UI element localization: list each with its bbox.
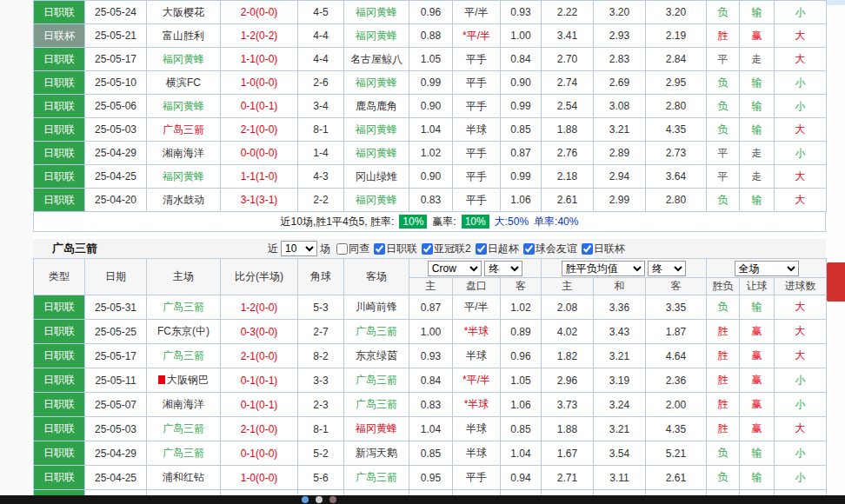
handicap-result: 输 — [740, 118, 775, 142]
filter-checkbox[interactable] — [582, 243, 593, 255]
score[interactable]: 1-2(0-0) — [221, 295, 298, 320]
away-team[interactable]: 东京绿茵 — [344, 344, 409, 368]
league-type-badge[interactable]: 日联杯 — [34, 24, 85, 48]
score[interactable]: 0-1(0-1) — [221, 393, 298, 417]
league-type-badge[interactable]: 日职联 — [34, 189, 85, 212]
score[interactable]: 2-1(0-0) — [221, 417, 298, 441]
filter-checkbox[interactable] — [374, 243, 385, 255]
euro-draw-odds: 2.69 — [594, 71, 646, 95]
league-type-badge[interactable]: 日职联 — [34, 71, 85, 95]
away-team[interactable]: 福冈黄蜂 — [344, 417, 409, 441]
home-team[interactable]: 大阪钢巴 — [147, 368, 221, 393]
bookmaker-select[interactable]: Crow — [428, 261, 482, 276]
score[interactable]: 0-1(0-1) — [221, 95, 298, 118]
home-team[interactable]: 福冈黄蜂 — [147, 165, 221, 189]
euro-draw-odds: 3.19 — [594, 368, 646, 393]
home-team[interactable]: 广岛三箭 — [147, 295, 221, 320]
league-type-badge[interactable]: 日职联 — [34, 165, 85, 189]
score[interactable]: 0-1(0-1) — [221, 368, 298, 393]
league-type-badge[interactable]: 日职联 — [34, 441, 85, 466]
taskbar-icon[interactable] — [302, 496, 309, 503]
score[interactable]: 0-3(0-0) — [221, 320, 298, 344]
away-team[interactable]: 福冈黄蜂 — [344, 142, 409, 165]
away-team[interactable]: 福冈黄蜂 — [344, 71, 409, 95]
score[interactable]: 2-0(0-0) — [221, 1, 298, 24]
recent-count-select[interactable]: 10 — [281, 241, 317, 256]
home-team[interactable]: FC东京(中) — [147, 320, 221, 344]
goals-result: 大 — [775, 320, 827, 344]
league-type-badge[interactable]: 日职联 — [34, 95, 85, 118]
league-type-badge[interactable]: 日职联 — [34, 344, 85, 368]
league-type-badge[interactable]: 日职联 — [34, 368, 85, 393]
score[interactable]: 1-0(0-0) — [221, 466, 298, 490]
euro-final-select[interactable]: 终 — [648, 261, 686, 276]
corners: 2-7 — [298, 320, 344, 344]
filter-checkbox[interactable] — [476, 243, 487, 255]
home-team[interactable]: 横滨FC — [147, 71, 221, 95]
recent-matches-table-fukuoka: 日职联25-05-24大阪樱花2-0(0-0)4-5福冈黄蜂0.96平/半0.9… — [33, 0, 827, 212]
away-team[interactable]: 川崎前锋 — [344, 295, 409, 320]
handicap-result: 赢 — [740, 368, 775, 393]
score[interactable]: 2-1(0-0) — [221, 118, 298, 142]
away-team[interactable]: 福冈黄蜂 — [344, 24, 409, 48]
home-team[interactable]: 湘南海洋 — [147, 142, 221, 165]
score[interactable]: 1-0(0-0) — [221, 71, 298, 95]
home-team[interactable]: 湘南海洋 — [147, 393, 221, 417]
asian-away-odds: 1.06 — [501, 393, 542, 417]
away-team[interactable]: 冈山绿雉 — [344, 165, 409, 189]
league-type-badge[interactable]: 日职联 — [34, 417, 85, 441]
away-team[interactable]: 福冈黄蜂 — [344, 189, 409, 212]
league-type-badge[interactable]: 日职联 — [34, 393, 85, 417]
floating-widget[interactable] — [827, 262, 845, 302]
result: 平 — [707, 48, 740, 71]
filter-checkbox[interactable] — [336, 243, 348, 255]
away-team[interactable]: 福冈黄蜂 — [344, 1, 409, 24]
home-team[interactable]: 福冈黄蜂 — [147, 95, 221, 118]
league-type-badge[interactable]: 日职联 — [34, 48, 85, 71]
league-type-badge[interactable]: 日职联 — [34, 1, 85, 24]
home-team[interactable]: 清水鼓动 — [147, 189, 221, 212]
score[interactable]: 0-0(0-0) — [221, 142, 298, 165]
league-type-badge[interactable]: 日职联 — [34, 466, 85, 490]
score[interactable]: 0-1(0-0) — [221, 441, 298, 466]
filter-checkbox[interactable] — [422, 243, 433, 255]
scope-select[interactable]: 全场 — [735, 261, 799, 276]
league-type-badge[interactable]: 日职联 — [34, 142, 85, 165]
asian-final-select[interactable]: 终 — [484, 261, 522, 276]
euro-home-odds: 3.41 — [542, 24, 594, 48]
section-header-bar: 广岛三箭 近 10 场 同查日职联亚冠联2日超杯球会友谊日联杯 — [33, 239, 826, 258]
euro-home-odds: 2.74 — [542, 71, 594, 95]
home-team[interactable]: 浦和红钻 — [147, 466, 221, 490]
scrollbar-top[interactable] — [826, 0, 845, 5]
league-type-badge[interactable]: 日职联 — [34, 320, 85, 344]
score[interactable]: 1-1(1-0) — [221, 165, 298, 189]
asian-away-odds: 1.05 — [501, 368, 542, 393]
away-team[interactable]: 广岛三箭 — [344, 393, 409, 417]
home-team[interactable]: 大阪樱花 — [147, 1, 221, 24]
score[interactable]: 2-1(0-0) — [221, 344, 298, 368]
home-team[interactable]: 广岛三箭 — [147, 417, 221, 441]
score[interactable]: 3-1(3-1) — [221, 189, 298, 212]
away-team[interactable]: 新泻天鹅 — [344, 441, 409, 466]
league-type-badge[interactable]: 日职联 — [34, 118, 85, 142]
home-team[interactable]: 富山胜利 — [147, 24, 221, 48]
euro-avg-select[interactable]: 胜平负均值 — [562, 261, 645, 276]
taskbar-icon[interactable] — [316, 496, 323, 503]
score[interactable]: 1-1(0-0) — [221, 48, 298, 71]
home-team[interactable]: 广岛三箭 — [147, 441, 221, 466]
score[interactable]: 1-2(0-2) — [221, 24, 298, 48]
away-team[interactable]: 广岛三箭 — [344, 320, 409, 344]
filter-checkbox[interactable] — [523, 243, 535, 255]
home-team[interactable]: 广岛三箭 — [147, 118, 221, 142]
away-team[interactable]: 广岛三箭 — [344, 368, 409, 393]
away-team[interactable]: 广岛三箭 — [344, 466, 409, 490]
home-team[interactable]: 福冈黄蜂 — [147, 48, 221, 71]
away-team[interactable]: 福冈黄蜂 — [344, 118, 409, 142]
league-type-badge[interactable]: 日职联 — [34, 295, 85, 320]
home-team[interactable]: 广岛三箭 — [147, 344, 221, 368]
away-team[interactable]: 名古屋鲸八 — [344, 48, 409, 71]
away-team[interactable]: 鹿岛鹿角 — [344, 95, 409, 118]
stats-summary: 近10场,胜1平4负5, 胜率:10%赢率:10%大:50%单率:40% — [33, 212, 826, 232]
table-row: 日职联25-05-11大阪钢巴0-1(0-1)3-3广岛三箭0.84*平/半1.… — [34, 368, 827, 393]
taskbar-icon[interactable] — [329, 496, 336, 503]
